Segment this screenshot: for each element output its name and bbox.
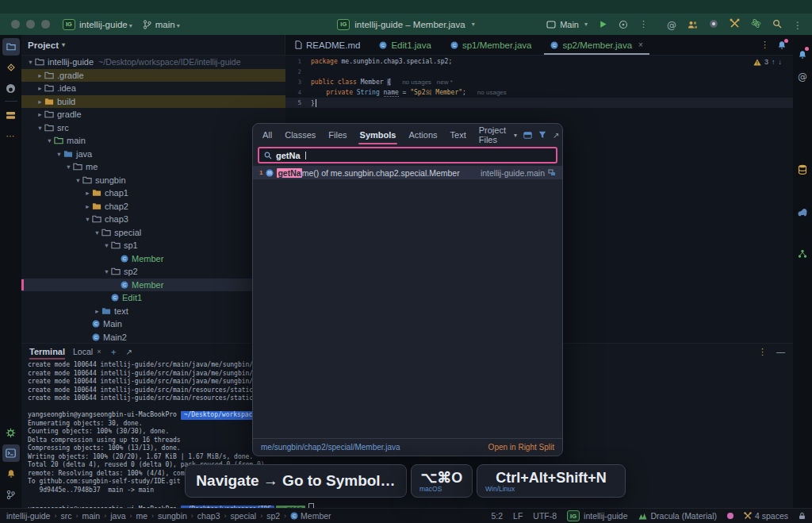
minimize-window-button[interactable] [26,20,35,29]
more-vertical-button[interactable]: ⋮ [793,17,802,32]
code-line-5[interactable]: 5} [285,98,793,108]
theme-selector[interactable]: Dracula (Material) [638,511,717,521]
chevron-expanded-icon[interactable]: ▾ [74,176,82,184]
chevron-collapsed-icon[interactable]: ▸ [36,84,44,92]
tool-window-button-gradle[interactable] [794,203,811,221]
code-line-4[interactable]: 4 private String name = "Sp2의 Member";no… [285,87,793,98]
tree-item-.gradle[interactable]: ▸.gradle [21,69,285,83]
breadcrumb-item-sungbin[interactable]: sungbin [158,511,187,521]
search-button[interactable] [772,17,782,32]
tree-item-chap3[interactable]: ▾chap3 [21,213,285,226]
run-button[interactable] [599,20,607,29]
profiler-icon[interactable] [619,20,628,29]
chevron-collapsed-icon[interactable]: ▸ [83,202,92,210]
chevron-expanded-icon[interactable]: ▾ [102,267,111,275]
tree-item-me[interactable]: ▾me [21,160,285,174]
more-actions-button[interactable]: ⋮ [639,19,648,29]
tool-window-button-project[interactable] [2,38,20,56]
expand-icon[interactable]: ↗ [125,348,132,356]
chevron-expanded-icon[interactable]: ▾ [64,163,73,171]
close-icon[interactable]: × [97,348,101,356]
close-tab-icon[interactable]: × [638,40,643,49]
tool-window-button-more-horizontal[interactable]: ⋯ [2,127,20,144]
code-line-2[interactable]: 2 [285,67,793,77]
tool-window-button-database[interactable] [794,160,811,178]
tree-item-chap2[interactable]: ▸chap2 [21,200,285,213]
tree-item-special[interactable]: ▾special [21,226,285,240]
tool-window-button-github[interactable] [2,79,20,97]
tree-item-java[interactable]: ▾java [21,148,285,161]
tree-item-src[interactable]: ▾src [21,121,285,135]
caret-position[interactable]: 5:2 [491,511,503,521]
tree-item-text[interactable]: ▸text [21,305,285,318]
tool-window-button-git-branch[interactable] [2,486,20,503]
tree-item-gradle[interactable]: ▸gradle [21,108,285,121]
tool-window-button-dependencies[interactable] [794,245,811,263]
breadcrumb-item-main[interactable]: main [82,511,100,521]
tree-item-edit1[interactable]: CEdit1 [21,291,285,305]
tree-item-main[interactable]: CMain [21,317,285,331]
chevron-collapsed-icon[interactable]: ▸ [93,307,102,315]
run-configuration-selector[interactable]: Main ▾ [546,20,588,29]
popup-tab-actions[interactable]: Actions [408,124,437,146]
editor-tab-sp1-member-java[interactable]: Csp1/Member.java [441,35,542,55]
line-ending[interactable]: LF [513,511,523,521]
breadcrumb-item-me[interactable]: me [136,511,147,521]
popup-tab-files[interactable]: Files [328,124,347,146]
filter-icon[interactable] [538,131,546,139]
science-button[interactable] [751,17,761,32]
tool-window-button-terminal[interactable] [2,444,20,462]
tool-window-button-structure[interactable] [2,106,20,124]
chevron-collapsed-icon[interactable]: ▸ [36,110,44,118]
close-window-button[interactable] [11,20,20,29]
tree-item-sp1[interactable]: ▾sp1 [21,239,285,252]
tree-item-chap1[interactable]: ▸chap1 [21,187,285,200]
popup-tab-symbols[interactable]: Symbols [360,124,396,146]
chevron-collapsed-icon[interactable]: ▸ [36,98,44,106]
editor-tab-readme-md[interactable]: README.md [285,35,370,55]
lock-icon[interactable] [799,512,806,520]
project-panel-header[interactable]: Project ▾ [21,35,285,56]
open-in-window-icon[interactable]: ↗ [553,131,559,140]
terminal-options-button[interactable]: ⋮ [758,347,767,357]
chevron-expanded-icon[interactable]: ▾ [93,229,102,237]
prev-warning-button[interactable]: ↓ [779,58,783,66]
users-button[interactable] [688,17,698,32]
tree-item-member[interactable]: CMember [21,279,285,292]
highlighting-level-icon[interactable] [727,513,733,519]
search-result-row[interactable]: 1 m getName() of me.sungbin.chap2.specia… [253,166,562,179]
code-line-3[interactable]: 3public class Member {no usages new * [285,77,793,87]
encoding[interactable]: UTF-8 [533,511,557,521]
chevron-expanded-icon[interactable]: ▾ [45,137,54,144]
chevron-collapsed-icon[interactable]: ▸ [36,71,44,79]
open-in-right-split-button[interactable]: Open in Right Split [488,443,554,452]
tree-item-intellij-guide[interactable]: ▾intellij-guide~/Desktop/workspace/IDE/i… [21,56,285,69]
breadcrumb-item-member[interactable]: CMember [290,511,331,521]
breadcrumb-item-sp2[interactable]: sp2 [266,511,280,521]
breadcrumb-item-java[interactable]: java [110,511,125,521]
tool-window-button-commit[interactable] [2,59,20,76]
tree-item-main[interactable]: ▾main [21,134,285,148]
chevron-expanded-icon[interactable]: ▾ [26,58,35,66]
preview-icon[interactable] [523,132,532,139]
popup-tab-all[interactable]: All [262,124,272,146]
chevron-expanded-icon[interactable]: ▾ [55,150,63,158]
chevron-expanded-icon[interactable]: ▾ [36,124,44,132]
tool-window-button-ai-assistant[interactable]: @ [794,68,811,86]
search-input[interactable]: getNa [258,147,557,163]
status-project[interactable]: IG intellij-guide [567,510,627,521]
maximize-window-button[interactable] [41,20,50,29]
inspections-widget[interactable]: 3 ↑ ↓ [753,58,782,66]
branch-switcher[interactable]: main▾ [155,20,180,29]
breadcrumb-item-special[interactable]: special [230,511,256,521]
ai-assistant-button[interactable]: @ [667,17,676,32]
scope-selector[interactable]: Project Files▾↗ [479,125,560,144]
terminal-tab-local[interactable]: Local × [73,347,101,356]
project-switcher[interactable]: intellij-guide▾ [79,20,132,29]
new-terminal-button[interactable]: ＋ [109,346,117,358]
tool-window-button-settings[interactable] [2,424,20,441]
breadcrumb-item-src[interactable]: src [60,511,71,521]
record-button[interactable] [709,17,718,32]
tools-button[interactable] [730,17,740,32]
next-warning-button[interactable]: ↑ [772,58,776,66]
